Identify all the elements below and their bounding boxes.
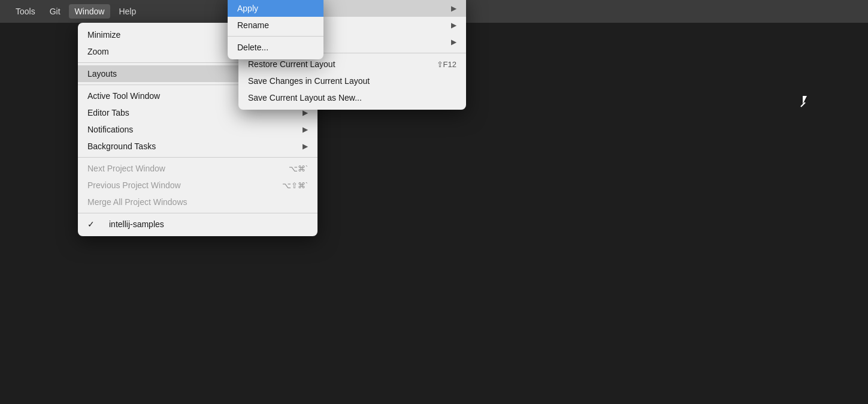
window-menu: Minimize ⌘M Zoom ⌃⌘= Layouts ▶ Home ▶ — [78, 23, 317, 236]
menu-item-apply[interactable]: Apply — [228, 0, 323, 17]
menu-item-prev-project[interactable]: Previous Project Window ⌥⇧⌘` — [78, 177, 317, 194]
menubar-item-git[interactable]: Git — [44, 4, 66, 19]
menu-item-background-tasks[interactable]: Background Tasks ▶ — [78, 138, 317, 155]
menu-item-save-new[interactable]: Save Current Layout as New... — [238, 89, 466, 106]
menu-item-next-project[interactable]: Next Project Window ⌥⌘` — [78, 160, 317, 177]
separator-4 — [78, 213, 317, 213]
menubar-item-tools[interactable]: Tools — [10, 4, 41, 19]
separator-3 — [78, 157, 317, 158]
menu-item-notifications[interactable]: Notifications ▶ — [78, 121, 317, 138]
checkmark-icon: ✓ — [87, 219, 97, 229]
menu-item-intellij-samples[interactable]: ✓ intellij-samples — [78, 216, 317, 233]
arrow-icon: ▶ — [303, 125, 308, 134]
layouts-submenu: Home ▶ Apply Rename — [238, 0, 466, 110]
menu-item-home[interactable]: Home ▶ Apply Rename — [238, 0, 466, 17]
window-menu-panel: Minimize ⌘M Zoom ⌃⌘= Layouts ▶ Home ▶ — [78, 23, 317, 236]
arrow-icon: ▶ — [451, 38, 456, 46]
menu-item-layouts[interactable]: Layouts ▶ Home ▶ Apply Re — [78, 65, 317, 82]
arrow-icon: ▶ — [303, 108, 308, 117]
arrow-icon: ▶ — [451, 21, 456, 29]
menu-item-rename[interactable]: Rename — [228, 17, 323, 34]
home-submenu: Apply Rename Delete... — [228, 0, 323, 59]
separator-home-1 — [228, 36, 323, 37]
menu-item-save-changes[interactable]: Save Changes in Current Layout — [238, 73, 466, 89]
arrow-icon: ▶ — [303, 142, 308, 150]
menu-item-merge-windows[interactable]: Merge All Project Windows — [78, 194, 317, 210]
menu-item-delete[interactable]: Delete... — [228, 39, 323, 56]
menubar-item-help[interactable]: Help — [113, 4, 142, 19]
menubar-item-window[interactable]: Window — [69, 4, 111, 19]
arrow-icon: ▶ — [451, 4, 456, 13]
cursor — [803, 96, 815, 110]
